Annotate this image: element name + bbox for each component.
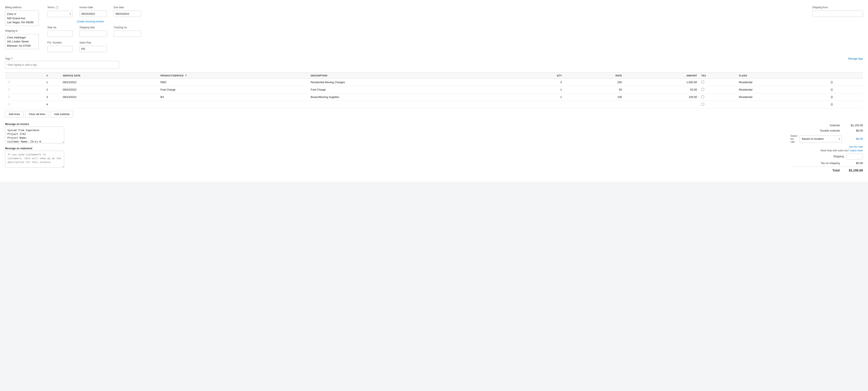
description-cell[interactable] [309, 101, 504, 108]
class-input[interactable] [739, 88, 825, 92]
shipping-input[interactable] [846, 154, 863, 159]
service-date-cell[interactable] [61, 101, 158, 108]
qty-input[interactable] [506, 80, 562, 84]
tax-checkbox[interactable] [701, 103, 704, 105]
description-cell[interactable] [309, 86, 504, 93]
qty-input[interactable] [506, 88, 562, 92]
shipping-date-input[interactable] [80, 31, 107, 37]
qty-input[interactable] [506, 95, 562, 99]
message-on-invoice-textarea[interactable]: Synced from Supermove Project 2742 Proje… [5, 127, 64, 143]
see-the-math-link[interactable]: See the math [849, 145, 863, 148]
billing-address-value[interactable]: Chris H 500 Grand Ave Las Vegas, NV 4928… [5, 10, 39, 26]
tax-cell[interactable] [699, 86, 737, 93]
class-cell[interactable] [737, 86, 827, 93]
product-service-cell[interactable] [158, 78, 309, 86]
tags-help-icon[interactable]: ? [11, 57, 13, 60]
product-service-cell[interactable] [158, 86, 309, 93]
class-cell[interactable] [737, 101, 827, 108]
rate-cell[interactable] [564, 86, 624, 93]
tax-cell[interactable] [699, 93, 737, 101]
row-num-cell: 4 [34, 101, 61, 108]
description-input[interactable] [311, 80, 502, 84]
tax-checkbox[interactable] [701, 95, 704, 98]
col-tax: TAX [699, 72, 737, 78]
tax-checkbox[interactable] [701, 80, 704, 84]
tax-cell[interactable] [699, 101, 737, 108]
total-label: Total [832, 168, 840, 172]
product-service-help-icon[interactable]: ? [185, 74, 187, 77]
drag-handle-icon[interactable]: ⠿ [7, 95, 11, 99]
add-lines-button[interactable]: Add lines [5, 111, 24, 118]
shipping-to-value[interactable]: Chris Hellriegel 341 Linden Street Mahwa… [5, 34, 39, 50]
description-input[interactable] [311, 88, 502, 92]
message-on-statement-textarea[interactable] [5, 151, 64, 168]
invoice-date-input[interactable] [80, 10, 107, 17]
tax-cell[interactable] [699, 78, 737, 86]
class-cell[interactable] [737, 93, 827, 101]
delete-cell: 🗑 [827, 78, 863, 86]
subtotal-label: Subtotal [830, 124, 840, 127]
delete-row-button[interactable]: 🗑 [829, 80, 835, 85]
product-service-input[interactable] [160, 80, 306, 84]
terms-select[interactable] [47, 11, 73, 17]
row-num-cell: 2 [34, 86, 61, 93]
class-input[interactable] [739, 95, 825, 99]
rate-cell[interactable] [564, 78, 624, 86]
delete-row-button[interactable]: 🗑 [829, 102, 835, 107]
description-cell[interactable] [309, 93, 504, 101]
learn-more-link[interactable]: Learn more [850, 149, 863, 152]
product-service-input[interactable] [160, 95, 306, 99]
class-input[interactable] [739, 80, 825, 84]
class-input[interactable] [739, 102, 825, 106]
tax-checkbox[interactable] [701, 88, 704, 91]
manage-tags-link[interactable]: Manage tags [848, 57, 863, 60]
sales-rep-input[interactable] [80, 46, 107, 52]
drag-handle-icon[interactable]: ⠿ [7, 88, 11, 91]
product-service-cell[interactable] [158, 101, 309, 108]
rate-input[interactable] [566, 102, 622, 106]
service-date-input[interactable] [63, 95, 156, 99]
class-cell[interactable] [737, 78, 827, 86]
delete-row-button[interactable]: 🗑 [829, 88, 835, 92]
delete-row-button[interactable]: 🗑 [829, 95, 835, 99]
drag-handle-icon[interactable]: ⠿ [7, 103, 11, 106]
description-input[interactable] [311, 95, 502, 99]
service-date-input[interactable] [63, 80, 156, 84]
product-service-input[interactable] [160, 102, 306, 106]
shipping-from-input[interactable] [812, 10, 863, 17]
tags-input[interactable] [5, 61, 119, 69]
rate-input[interactable] [566, 88, 622, 92]
service-date-cell[interactable] [61, 93, 158, 101]
description-cell[interactable] [309, 78, 504, 86]
drag-handle-icon[interactable]: ⠿ [7, 80, 11, 84]
tax-on-shipping-value: $0.00 [844, 162, 863, 165]
tax-rate-select[interactable]: Based on location [800, 135, 842, 142]
delete-cell: 🗑 [827, 86, 863, 93]
qty-input[interactable] [506, 102, 562, 106]
qty-cell[interactable] [504, 78, 564, 86]
service-date-cell[interactable] [61, 86, 158, 93]
product-service-cell[interactable] [158, 93, 309, 101]
terms-select-wrapper [47, 11, 73, 17]
rate-cell[interactable] [564, 93, 624, 101]
amount-value: 50.00 [690, 88, 697, 91]
qty-cell[interactable] [504, 86, 564, 93]
service-date-cell[interactable] [61, 78, 158, 86]
qty-cell[interactable] [504, 101, 564, 108]
ship-via-input[interactable] [47, 31, 73, 37]
rate-input[interactable] [566, 95, 622, 99]
clear-all-lines-button[interactable]: Clear all lines [25, 111, 49, 118]
service-date-input[interactable] [63, 102, 156, 106]
product-service-input[interactable] [160, 88, 306, 92]
rate-input[interactable] [566, 80, 622, 84]
rate-cell[interactable] [564, 101, 624, 108]
description-input[interactable] [311, 102, 502, 106]
tracking-no-input[interactable] [114, 31, 141, 37]
due-date-input[interactable] [114, 10, 141, 17]
terms-help-icon[interactable]: ? [56, 6, 59, 9]
service-date-input[interactable] [63, 88, 156, 92]
po-number-input[interactable] [47, 46, 73, 52]
qty-cell[interactable] [504, 93, 564, 101]
add-subtotal-button[interactable]: Add subtotal [51, 111, 73, 118]
create-recurring-invoice-link[interactable]: Create recurring invoice [77, 20, 145, 23]
